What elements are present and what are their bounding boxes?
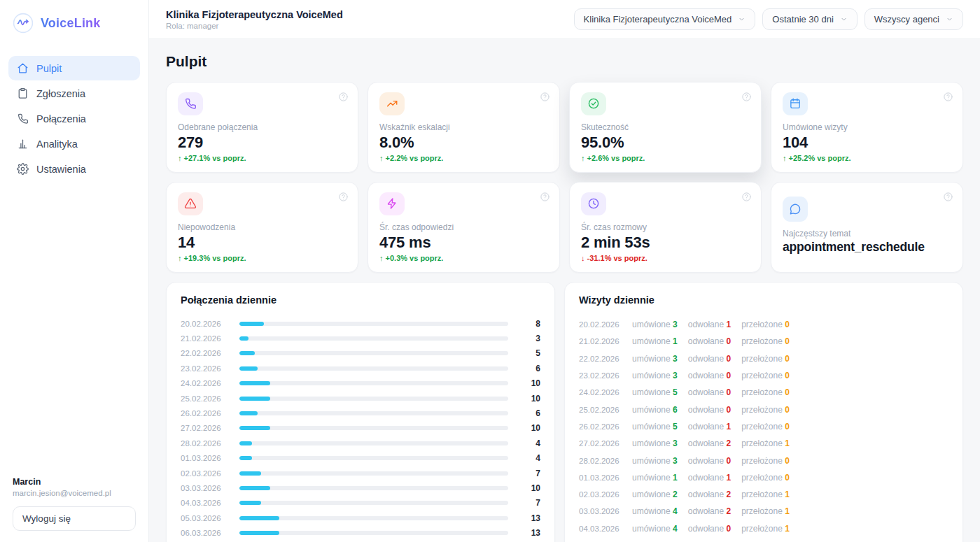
role-label: Rola: manager <box>166 22 343 30</box>
visits-row: 28.02.2026umówione 3odwołane 0przełożone… <box>579 452 948 469</box>
filter-dropdown-agents[interactable]: Wszyscy agenci <box>864 8 963 30</box>
calls-row-date: 27.02.2026 <box>181 424 232 432</box>
calls-daily-rows: 20.02.2026821.02.2026322.02.2026523.02.2… <box>181 316 540 541</box>
sidebar-item-ustawienia[interactable]: Ustawienia <box>8 157 140 181</box>
calls-bar-track <box>239 397 508 401</box>
visit-stat-value: 0 <box>726 524 731 534</box>
sidebar-item-label: Ustawienia <box>36 164 86 175</box>
calls-row-date: 01.03.2026 <box>181 454 232 462</box>
visit-stat-label: umówione <box>632 456 671 466</box>
visit-stat-label: przełożone <box>741 405 783 415</box>
calls-row-date: 26.02.2026 <box>181 409 232 418</box>
visit-stat-umowione: umówione 1 <box>632 336 678 346</box>
calls-bar-track <box>239 501 508 505</box>
help-icon[interactable] <box>943 92 953 102</box>
visit-stat-label: odwołane <box>688 473 724 483</box>
visit-stat-value: 2 <box>726 506 731 516</box>
visit-stat-value: 1 <box>673 473 678 483</box>
calls-bar <box>239 397 270 401</box>
sidebar-item-analityka[interactable]: Analityka <box>8 131 140 156</box>
calls-row: 25.02.202610 <box>181 391 540 406</box>
clinic-title: Klinika Fizjoterapeutyczna VoiceMed <box>166 9 343 20</box>
arrow-up-icon: ↑ <box>379 254 384 262</box>
trend-up-icon <box>379 92 405 115</box>
visit-stat-value: 0 <box>785 422 790 432</box>
visit-stat-label: umówione <box>632 371 671 380</box>
visits-row-date: 01.03.2026 <box>579 473 632 482</box>
kpi-delta: ↑ +19.3% vs poprz. <box>178 255 346 262</box>
visit-stat-label: umówione <box>632 354 671 364</box>
visit-stat-przelozone: przełożone 0 <box>741 320 790 329</box>
calls-row-value: 4 <box>515 453 540 463</box>
calls-bar-track <box>239 322 508 326</box>
visit-stat-umowione: umówione 5 <box>632 387 678 397</box>
topbar-title-block: Klinika Fizjoterapeutyczna VoiceMed Rola… <box>166 9 343 30</box>
phone-icon <box>178 92 203 115</box>
visit-stat-value: 2 <box>726 438 731 448</box>
logo: VoiceLink <box>8 13 140 34</box>
visit-stat-przelozone: przełożone 1 <box>741 490 790 499</box>
help-icon[interactable] <box>338 92 349 102</box>
visit-stat-umowione: umówione 6 <box>632 405 678 415</box>
calls-bar <box>239 322 264 326</box>
visit-stat-odwolane: odwołane 1 <box>688 422 731 432</box>
calls-bar-track <box>239 411 508 415</box>
visit-stat-value: 0 <box>785 387 790 397</box>
visit-stat-value: 1 <box>785 506 790 516</box>
calls-bar-track <box>239 426 508 430</box>
help-icon[interactable] <box>540 192 550 202</box>
visit-stat-value: 0 <box>785 456 790 466</box>
visits-row-date: 25.02.2026 <box>579 406 632 414</box>
visit-stat-label: umówione <box>632 506 671 516</box>
sidebar-item-pulpit[interactable]: Pulpit <box>8 56 140 80</box>
kpi-value: appointment_reschedule <box>783 241 951 254</box>
kpi-delta: ↑ +27.1% vs poprz. <box>178 155 346 162</box>
kpi-label: Śr. czas rozmowy <box>581 223 750 232</box>
visit-stat-label: umówione <box>632 336 671 346</box>
kpi-value: 14 <box>178 235 346 250</box>
visit-stat-value: 1 <box>785 524 790 534</box>
visit-stat-value: 2 <box>673 490 678 499</box>
logout-button[interactable]: Wyloguj się <box>13 506 136 531</box>
visit-stat-label: przełożone <box>741 438 783 448</box>
help-icon[interactable] <box>540 92 550 102</box>
calls-bar <box>239 456 252 460</box>
visits-row: 04.03.2026umówione 4odwołane 0przełożone… <box>579 520 948 537</box>
help-icon[interactable] <box>943 192 953 202</box>
filter-dropdown-clinic[interactable]: Klinika Fizjoterapeutyczna VoiceMed <box>574 8 756 30</box>
gear-icon <box>17 163 29 175</box>
visit-stat-odwolane: odwołane 2 <box>688 438 731 448</box>
filter-dropdown-date-range[interactable]: Ostatnie 30 dni <box>762 8 857 30</box>
arrow-up-icon: ↑ <box>581 154 585 162</box>
visits-row: 02.03.2026umówione 2odwołane 2przełożone… <box>579 486 948 503</box>
visit-stat-label: przełożone <box>741 506 783 516</box>
visits-row-date: 03.03.2026 <box>579 507 632 515</box>
help-icon[interactable] <box>741 92 752 102</box>
visit-stat-label: umówione <box>632 320 671 329</box>
visit-stat-value: 0 <box>785 320 790 329</box>
visits-daily-rows: 20.02.2026umówione 3odwołane 1przełożone… <box>579 316 948 542</box>
kpi-delta: ↑ +2.6% vs poprz. <box>581 155 750 162</box>
page-title: Pulpit <box>166 53 963 70</box>
sidebar-item-polaczenia[interactable]: Połączenia <box>8 106 140 131</box>
visit-stat-label: przełożone <box>741 336 783 346</box>
calls-row: 03.03.202610 <box>181 480 540 495</box>
visit-stat-value: 1 <box>673 336 678 346</box>
help-icon[interactable] <box>338 192 349 202</box>
kpi-value: 104 <box>783 135 951 150</box>
visit-stat-label: przełożone <box>741 473 783 483</box>
visits-row: 03.03.2026umówione 4odwołane 2przełożone… <box>579 503 948 520</box>
sidebar-item-label: Połączenia <box>36 113 86 124</box>
sidebar-nav: PulpitZgłoszeniaPołączeniaAnalitykaUstaw… <box>8 56 140 181</box>
calls-bar <box>239 366 258 371</box>
visits-row: 25.02.2026umówione 6odwołane 0przełożone… <box>579 401 948 418</box>
filter-value: Wszyscy agenci <box>874 14 939 24</box>
user-name: Marcin <box>13 477 136 487</box>
sidebar-item-zgloszenia[interactable]: Zgłoszenia <box>8 81 140 106</box>
visits-row-date: 27.02.2026 <box>579 439 632 448</box>
help-icon[interactable] <box>741 192 752 202</box>
visits-row: 20.02.2026umówione 3odwołane 1przełożone… <box>579 316 948 333</box>
visit-stat-value: 3 <box>673 354 678 364</box>
visit-stat-umowione: umówione 3 <box>632 456 678 466</box>
visit-stat-label: odwołane <box>688 456 724 466</box>
